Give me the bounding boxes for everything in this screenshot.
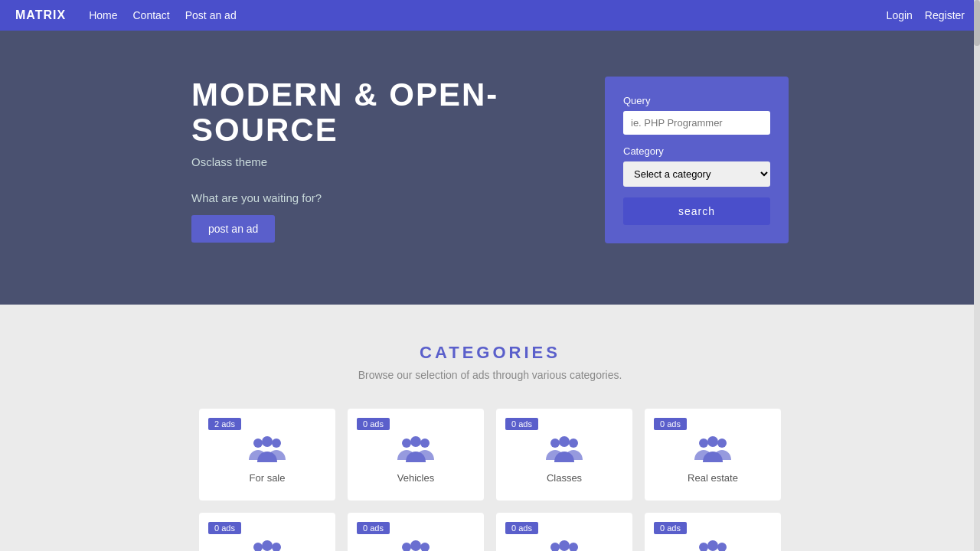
hero-title: MODERN & OPEN-SOURCE: [191, 77, 544, 148]
category-icon: [247, 538, 287, 552]
category-label: Category: [623, 145, 770, 157]
category-card[interactable]: 2 ads For sale: [199, 409, 335, 500]
svg-point-20: [559, 540, 570, 551]
category-name: Real estate: [688, 472, 738, 484]
nav-home[interactable]: Home: [89, 9, 117, 21]
svg-point-14: [262, 540, 273, 551]
svg-point-10: [717, 439, 727, 448]
svg-point-12: [253, 543, 263, 552]
search-button[interactable]: search: [623, 197, 770, 225]
category-icon: [544, 538, 584, 552]
category-icon: [247, 434, 287, 465]
ads-badge: 0 ads: [505, 522, 538, 534]
login-link[interactable]: Login: [887, 9, 913, 21]
svg-point-18: [550, 543, 560, 552]
category-icon: [693, 538, 733, 552]
nav-post-ad[interactable]: Post an ad: [185, 9, 237, 21]
category-card[interactable]: 0 ads Services: [199, 513, 335, 551]
svg-point-21: [699, 543, 708, 552]
ads-badge: 0 ads: [208, 522, 241, 534]
svg-point-7: [569, 439, 578, 448]
category-card[interactable]: 0 ads Jobs: [645, 513, 781, 551]
svg-point-1: [272, 439, 281, 448]
svg-point-17: [410, 540, 421, 551]
search-box: Query Category Select a categoryFor sale…: [605, 77, 789, 243]
ads-badge: 0 ads: [357, 522, 390, 534]
svg-point-22: [717, 543, 727, 552]
category-card[interactable]: 0 ads Classes: [496, 409, 632, 500]
brand-logo: MATRIX: [15, 8, 66, 22]
svg-point-8: [559, 436, 570, 447]
navbar: MATRIX Home Contact Post an ad Login Reg…: [0, 0, 980, 31]
hero-left: MODERN & OPEN-SOURCE Osclass theme What …: [191, 77, 544, 243]
category-icon: [544, 434, 584, 465]
category-select[interactable]: Select a categoryFor saleVehiclesClasses…: [623, 161, 770, 187]
category-icon: [396, 434, 436, 465]
register-link[interactable]: Register: [925, 9, 965, 21]
svg-point-15: [402, 543, 411, 552]
hero-section: MODERN & OPEN-SOURCE Osclass theme What …: [0, 31, 980, 305]
nav-links: Home Contact Post an ad: [89, 9, 237, 21]
ads-badge: 0 ads: [505, 418, 538, 430]
svg-point-2: [262, 436, 273, 447]
svg-point-9: [699, 439, 708, 448]
svg-point-3: [402, 439, 411, 448]
ads-badge: 0 ads: [357, 418, 390, 430]
svg-point-6: [550, 439, 560, 448]
category-name: For sale: [250, 472, 286, 484]
ads-badge: 0 ads: [654, 522, 687, 534]
svg-point-5: [410, 436, 421, 447]
category-card[interactable]: 0 ads Vehicles: [348, 409, 484, 500]
nav-contact[interactable]: Contact: [133, 9, 170, 21]
scrollbar-thumb[interactable]: [974, 0, 980, 46]
category-card[interactable]: 0 ads Personals: [496, 513, 632, 551]
hero-question: What are you waiting for?: [191, 191, 544, 204]
category-name: Classes: [547, 472, 582, 484]
svg-point-4: [420, 439, 430, 448]
categories-grid: 2 ads For sale0 ads Vehicles0 ads Classe…: [199, 409, 781, 551]
ads-badge: 2 ads: [208, 418, 241, 430]
svg-point-0: [253, 439, 263, 448]
query-label: Query: [623, 95, 770, 106]
svg-point-23: [707, 540, 718, 551]
category-icon: [396, 538, 436, 552]
ads-badge: 0 ads: [654, 418, 687, 430]
category-card[interactable]: 0 ads Community: [348, 513, 484, 551]
post-ad-button[interactable]: post an ad: [191, 215, 275, 243]
category-name: Vehicles: [397, 472, 434, 484]
svg-point-19: [569, 543, 578, 552]
search-input[interactable]: [623, 111, 770, 135]
hero-subtitle: Osclass theme: [191, 155, 544, 168]
categories-title: CATEGORIES: [15, 343, 965, 363]
nav-auth: Login Register: [887, 9, 965, 21]
scrollbar[interactable]: [974, 0, 980, 551]
svg-point-16: [420, 543, 430, 552]
svg-point-13: [272, 543, 281, 552]
svg-point-11: [707, 436, 718, 447]
category-card[interactable]: 0 ads Real estate: [645, 409, 781, 500]
categories-section: CATEGORIES Browse our selection of ads t…: [0, 305, 980, 551]
category-icon: [693, 434, 733, 465]
categories-subtitle: Browse our selection of ads through vari…: [15, 369, 965, 381]
